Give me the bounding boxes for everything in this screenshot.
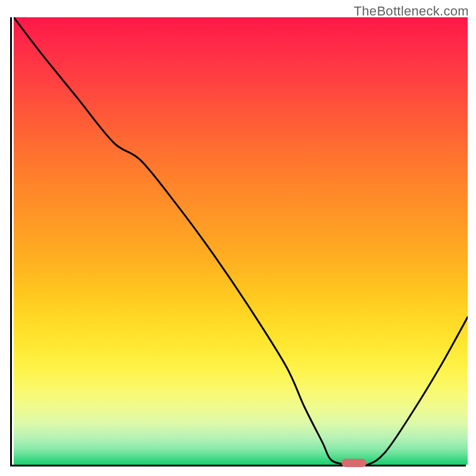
curve-line [14,17,468,465]
chart-plot-area [10,17,466,466]
watermark-text: TheBottleneck.com [354,4,469,19]
optimal-marker [342,459,367,467]
